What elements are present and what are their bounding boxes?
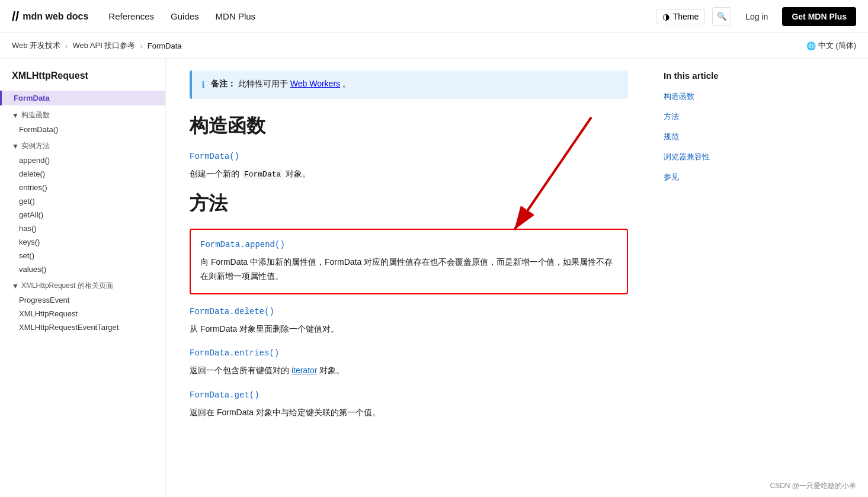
theme-icon: ◑ [662,12,670,21]
notice-prefix: 备注： [211,79,236,88]
login-link[interactable]: Log in [738,8,775,25]
info-icon: ℹ [201,79,205,91]
method-entries-iterator-link[interactable]: iterator [292,365,318,375]
logo-icon: // [12,9,19,24]
notice-suffix: 。 [342,79,351,88]
sidebar-sub-entries[interactable]: entries() [0,181,165,194]
right-sidebar-link-4[interactable]: 浏览器兼容性 [664,150,758,163]
breadcrumb-link-1[interactable]: Web 开发技术 [12,40,60,51]
constructor-link[interactable]: FormData() [190,152,239,161]
section-arrow-methods: ▼ [12,142,19,150]
language-selector[interactable]: 🌐 中文 (简体) [806,40,856,51]
method-delete-section: FormData.delete() 从 FormData 对象里面删除一个键值对… [190,306,628,336]
sidebar-item-formdata[interactable]: FormData [0,91,165,105]
method-get-description: 返回在 FormData 对象中与给定键关联的第一个值。 [190,406,628,420]
breadcrumb: Web 开发技术 › Web API 接口参考 › FormData 🌐 中文 … [0,33,868,59]
sidebar-sub-xmlhttprequesteventtarget[interactable]: XMLHttpRequestEventTarget [0,320,165,334]
main-layout: XMLHttpRequest FormData ▼ 构造函数 FormData(… [0,59,868,496]
right-sidebar-link-5[interactable]: 参见 [664,171,758,184]
constructor-description: 创建一个新的 FormData 对象。 [190,167,628,181]
sidebar-title: XMLHttpRequest [0,70,165,91]
section-methods-title: 方法 [190,191,628,217]
constructor-code-inline: FormData [242,169,283,179]
right-sidebar-link-2[interactable]: 方法 [664,110,758,123]
notice-text: 备注： 此特性可用于 Web Workers 。 [211,79,351,89]
section-label-constructor: 构造函数 [21,110,50,120]
sidebar-section-related: ▼ XMLHttpRequest 的相关页面 [0,276,165,293]
lang-label: 中文 (简体) [818,40,856,51]
main-content: ℹ 备注： 此特性可用于 Web Workers 。 构造函数 FormData… [166,59,652,496]
nav-links: References Guides MDN Plus [103,9,261,24]
sidebar-sub-append[interactable]: append() [0,153,165,167]
sidebar-sub-values[interactable]: values() [0,262,165,276]
section-constructor-title: 构造函数 [190,113,628,139]
method-append-description: 向 FormData 中添加新的属性值，FormData 对应的属性值存在也不会… [200,255,617,284]
method-get-section: FormData.get() 返回在 FormData 对象中与给定键关联的第一… [190,390,628,420]
sidebar: XMLHttpRequest FormData ▼ 构造函数 FormData(… [0,59,166,496]
right-sidebar-title: In this article [664,70,758,81]
right-sidebar-link-1[interactable]: 构造函数 [664,90,758,103]
sidebar-section-constructor: ▼ 构造函数 [0,105,165,123]
sidebar-sub-set[interactable]: set() [0,249,165,262]
sidebar-sub-keys[interactable]: keys() [0,235,165,249]
globe-icon: 🌐 [806,41,816,50]
nav-references[interactable]: References [103,9,160,24]
method-get-link[interactable]: FormData.get() [190,390,260,400]
theme-label: Theme [673,12,699,21]
section-arrow-related: ▼ [12,282,19,290]
nav-mdn-plus[interactable]: MDN Plus [210,9,262,24]
method-entries-desc-pre: 返回一个包含所有键值对的 [190,365,289,375]
theme-button[interactable]: ◑ Theme [656,9,706,24]
sidebar-sub-delete[interactable]: delete() [0,167,165,181]
sidebar-section-methods: ▼ 实例方法 [0,136,165,153]
notice-box: ℹ 备注： 此特性可用于 Web Workers 。 [190,70,628,99]
sidebar-sub-get[interactable]: get() [0,194,165,208]
breadcrumb-link-2[interactable]: Web API 接口参考 [72,40,135,51]
constructor-desc-text: 创建一个新的 [190,169,239,178]
nav-guides[interactable]: Guides [165,9,205,24]
method-append-link[interactable]: FormData.append() [200,240,285,249]
watermark: CSDN @一只爱吃糖的小羊 [770,481,856,491]
breadcrumb-sep-1: › [65,41,68,50]
method-delete-link[interactable]: FormData.delete() [190,307,274,316]
section-label-methods: 实例方法 [21,141,50,151]
search-icon: 🔍 [717,12,727,21]
search-button[interactable]: 🔍 [712,7,731,26]
right-sidebar: In this article 构造函数 方法 规范 浏览器兼容性 参见 [652,59,770,496]
sidebar-sub-formdata-constructor[interactable]: FormData() [0,123,165,136]
method-entries-section: FormData.entries() 返回一个包含所有键值对的 iterator… [190,348,628,378]
method-entries-description: 返回一个包含所有键值对的 iterator 对象。 [190,364,628,378]
section-label-related: XMLHttpRequest 的相关页面 [21,281,113,291]
sidebar-sub-has[interactable]: has() [0,222,165,235]
section-arrow-constructor: ▼ [12,111,19,120]
logo-text: mdn web docs [23,11,88,22]
nav-right: ◑ Theme 🔍 Log in Get MDN Plus [656,7,856,26]
sidebar-sub-progressevent[interactable]: ProgressEvent [0,293,165,307]
constructor-desc-text2: 对象。 [286,169,310,178]
get-plus-button[interactable]: Get MDN Plus [782,7,856,26]
sidebar-sub-xmlhttprequest[interactable]: XMLHttpRequest [0,307,165,320]
breadcrumb-current: FormData [148,41,182,50]
sidebar-sub-getall[interactable]: getAll() [0,208,165,222]
method-entries-link[interactable]: FormData.entries() [190,348,279,358]
right-sidebar-link-3[interactable]: 规范 [664,130,758,143]
breadcrumb-sep-2: › [140,41,142,50]
method-append-box: FormData.append() 向 FormData 中添加新的属性值，Fo… [190,229,628,294]
method-delete-description: 从 FormData 对象里面删除一个键值对。 [190,322,628,336]
logo-link[interactable]: // mdn web docs [12,9,88,24]
top-navigation: // mdn web docs References Guides MDN Pl… [0,0,868,33]
notice-text-body: 此特性可用于 [238,79,288,88]
notice-link[interactable]: Web Workers [290,79,340,88]
method-entries-desc-post: 对象。 [319,365,344,375]
